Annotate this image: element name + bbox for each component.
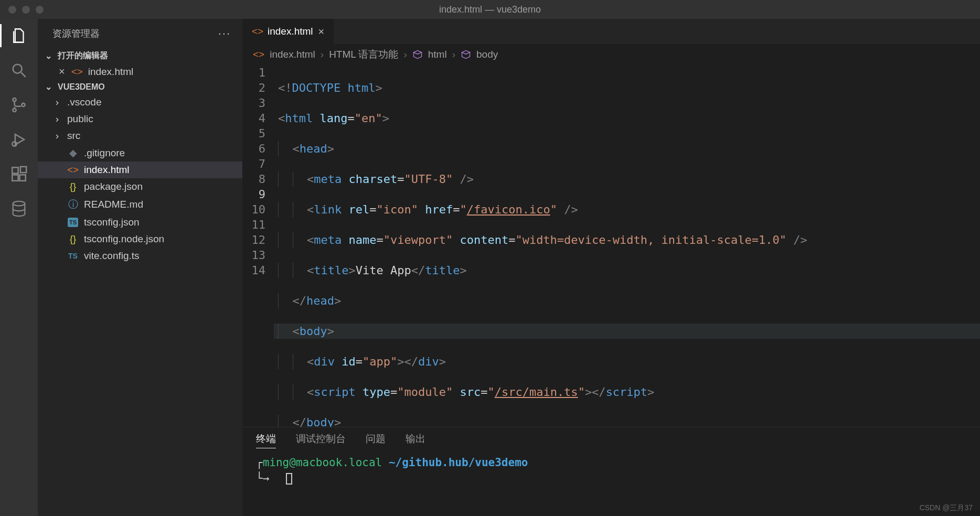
folder-public[interactable]: › public	[38, 111, 242, 127]
zoom-window-icon[interactable]	[36, 6, 44, 14]
tab-debug-console[interactable]: 调试控制台	[296, 432, 346, 448]
tab-index-html[interactable]: <> index.html ×	[242, 19, 334, 44]
svg-point-11	[13, 201, 25, 206]
tab-problems[interactable]: 问题	[366, 432, 386, 448]
search-icon[interactable]	[7, 59, 30, 82]
minimize-window-icon[interactable]	[22, 6, 30, 14]
html-file-icon: <>	[71, 66, 82, 78]
window-title: index.html — vue3demo	[0, 4, 980, 15]
watermark: CSDN @三月37	[920, 503, 973, 513]
sidebar-title: 资源管理器	[52, 27, 100, 40]
database-icon[interactable]	[7, 197, 30, 220]
svg-rect-7	[12, 167, 18, 173]
titlebar: index.html — vue3demo	[0, 0, 980, 19]
breadcrumb-body[interactable]: body	[476, 49, 498, 60]
file-label: README.md	[84, 199, 143, 210]
git-file-icon: ◆	[67, 147, 79, 159]
ts-file-icon: TS	[67, 218, 79, 227]
chevron-down-icon: ⌄	[43, 51, 54, 61]
svg-point-6	[12, 142, 17, 146]
line-numbers: 1234567891011121314	[242, 65, 274, 427]
editor-area: <> index.html × <> index.html › HTML 语言功…	[242, 19, 980, 516]
panel-tabs: 终端 调试控制台 问题 输出	[242, 427, 980, 453]
open-editors-label: 打开的编辑器	[58, 50, 108, 61]
breadcrumbs[interactable]: <> index.html › HTML 语言功能 › html › body	[242, 44, 980, 65]
tab-output[interactable]: 输出	[406, 432, 425, 448]
svg-point-2	[13, 98, 16, 101]
folder-label: .vscode	[67, 96, 101, 108]
debug-icon[interactable]	[7, 128, 30, 151]
editor-tabs: <> index.html ×	[242, 19, 980, 44]
file-tsconfig[interactable]: › TS tsconfig.json	[38, 214, 242, 231]
symbol-icon	[461, 49, 471, 60]
file-gitignore[interactable]: › ◆ .gitignore	[38, 144, 242, 162]
file-index-html[interactable]: › <> index.html	[38, 162, 242, 178]
folder-label: src	[67, 130, 80, 142]
project-section[interactable]: ⌄ VUE3DEMO	[38, 80, 242, 94]
code-content[interactable]: <!DOCTYPE html> <html lang="en"> <head> …	[274, 65, 980, 427]
close-icon[interactable]: ×	[318, 26, 325, 38]
chevron-right-icon: ›	[452, 49, 455, 60]
sidebar: 资源管理器 ··· ⌄ 打开的编辑器 × <> index.html ⌄ VUE…	[38, 19, 242, 516]
window-controls[interactable]	[8, 6, 44, 14]
breadcrumb-html[interactable]: html	[428, 49, 447, 60]
file-label: .gitignore	[84, 147, 125, 159]
breadcrumb-lang[interactable]: HTML 语言功能	[329, 48, 398, 61]
code-editor[interactable]: 1234567891011121314 <!DOCTYPE html> <htm…	[242, 65, 980, 427]
json-file-icon: {}	[67, 181, 79, 192]
extensions-icon[interactable]	[7, 163, 30, 186]
open-editors-section[interactable]: ⌄ 打开的编辑器	[38, 48, 242, 63]
close-icon[interactable]: ×	[59, 66, 65, 78]
explorer-icon[interactable]	[7, 24, 30, 47]
panel: 终端 调试控制台 问题 输出 ┌ming@macbook.local ~/git…	[242, 427, 980, 516]
ts-file-icon: TS	[67, 252, 79, 260]
chevron-right-icon: ›	[52, 113, 62, 125]
open-editor-filename: index.html	[88, 66, 134, 78]
svg-rect-10	[20, 167, 26, 173]
open-editor-item[interactable]: × <> index.html	[38, 63, 242, 80]
file-label: tsconfig.json	[84, 217, 140, 228]
folder-label: public	[67, 113, 93, 125]
html-file-icon: <>	[252, 26, 262, 37]
source-control-icon[interactable]	[7, 93, 30, 116]
json-file-icon: {}	[67, 233, 79, 245]
file-vite-config[interactable]: › TS vite.config.ts	[38, 248, 242, 264]
file-label: package.json	[84, 181, 143, 192]
file-tsconfig-node[interactable]: › {} tsconfig.node.json	[38, 231, 242, 248]
terminal-cursor	[286, 473, 292, 485]
terminal[interactable]: ┌ming@macbook.local ~/github.hub/vue3dem…	[242, 453, 980, 516]
svg-point-0	[13, 64, 22, 73]
tab-label: index.html	[268, 26, 313, 37]
file-label: tsconfig.node.json	[84, 233, 164, 245]
folder-src[interactable]: › src	[38, 127, 242, 144]
chevron-right-icon: ›	[52, 130, 62, 142]
svg-line-1	[21, 72, 26, 77]
close-window-icon[interactable]	[8, 6, 16, 14]
file-label: index.html	[84, 164, 130, 176]
tab-terminal[interactable]: 终端	[256, 432, 276, 448]
breadcrumb-file[interactable]: index.html	[270, 49, 315, 60]
file-readme[interactable]: › ⓘ README.md	[38, 195, 242, 214]
sidebar-more-icon[interactable]: ···	[218, 27, 231, 40]
html-file-icon: <>	[253, 49, 264, 60]
chevron-right-icon: ›	[321, 49, 324, 60]
symbol-icon	[412, 49, 423, 60]
folder-vscode[interactable]: › .vscode	[38, 94, 242, 111]
svg-rect-9	[19, 175, 25, 180]
activity-bar	[0, 19, 38, 516]
chevron-down-icon: ⌄	[43, 82, 54, 92]
project-name: VUE3DEMO	[58, 82, 105, 92]
chevron-right-icon: ›	[403, 49, 407, 60]
svg-point-3	[13, 109, 16, 112]
file-package-json[interactable]: › {} package.json	[38, 178, 242, 195]
info-file-icon: ⓘ	[67, 198, 79, 211]
html-file-icon: <>	[67, 164, 79, 176]
svg-rect-8	[12, 175, 18, 180]
chevron-right-icon: ›	[52, 96, 62, 108]
file-label: vite.config.ts	[84, 250, 140, 262]
svg-point-4	[22, 103, 25, 106]
